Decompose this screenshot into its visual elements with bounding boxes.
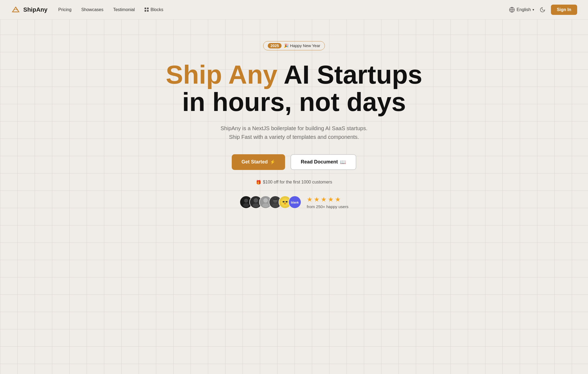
nav-link-pricing[interactable]: Pricing (58, 7, 71, 12)
badge-message: 🎉 Happy New Year (284, 43, 320, 48)
avatar-blank: blank (288, 196, 301, 209)
nav-link-testimonial[interactable]: Testimonial (113, 7, 135, 12)
star-3: ★ (321, 196, 327, 203)
svg-point-9 (262, 204, 269, 208)
headline-line2: in hours, not days (182, 87, 406, 116)
svg-point-12 (272, 204, 279, 208)
star-1: ★ (307, 196, 313, 203)
nav-link-showcases[interactable]: Showcases (81, 7, 103, 12)
headline-colored: Ship Any (166, 60, 277, 89)
headline-dark-ai: AI Startups (284, 60, 422, 89)
svg-text:blank: blank (291, 201, 299, 204)
avatar-img-6: blank (289, 196, 301, 209)
language-label: English (517, 7, 531, 12)
avatar-group: blank (240, 196, 301, 209)
star-5: ★ (335, 196, 341, 203)
discount-emoji: 🎁 (256, 180, 261, 185)
svg-point-18 (284, 203, 286, 205)
logo-icon (11, 5, 21, 15)
read-document-button[interactable]: Read Document 📖 (290, 154, 356, 170)
logo-text: ShipAny (23, 6, 47, 13)
dark-mode-button[interactable] (540, 7, 545, 13)
nav-left: ShipAny Pricing Showcases Testimonial Bl… (11, 5, 163, 15)
users-count-text: from 250+ happy users (307, 204, 348, 209)
star-2: ★ (314, 196, 320, 203)
navbar: ShipAny Pricing Showcases Testimonial Bl… (0, 0, 588, 19)
stars-row: ★ ★ ★ ★ ★ (307, 196, 341, 203)
star-4: ★ (328, 196, 334, 203)
svg-point-2 (244, 199, 248, 203)
svg-point-5 (254, 198, 258, 203)
moon-icon (540, 7, 545, 13)
chevron-down-icon: ▾ (533, 8, 534, 12)
nav-link-blocks[interactable]: Blocks (145, 7, 163, 12)
headline: Ship Any AI Startups in hours, not days (166, 61, 422, 116)
svg-point-6 (253, 204, 259, 208)
get-started-button[interactable]: Get Started ⚡ (232, 154, 285, 170)
stars-area: ★ ★ ★ ★ ★ from 250+ happy users (307, 196, 348, 209)
nav-right: English ▾ Sign In (509, 5, 577, 15)
badge-year: 2025 (268, 43, 282, 48)
globe-icon (509, 7, 515, 13)
nav-links: Pricing Showcases Testimonial Blocks (58, 7, 163, 12)
book-icon: 📖 (340, 159, 346, 165)
svg-point-3 (243, 203, 249, 207)
social-proof: blank ★ ★ ★ ★ ★ from 250+ happy users (240, 196, 348, 209)
svg-point-8 (263, 198, 268, 203)
svg-rect-13 (273, 199, 277, 200)
svg-rect-16 (283, 201, 285, 202)
sign-in-button[interactable]: Sign In (551, 5, 577, 15)
cta-buttons: Get Started ⚡ Read Document 📖 (232, 154, 356, 170)
discount-banner: 🎁 $100 off for the first 1000 customers (256, 180, 332, 185)
hero-section: 2025 🎉 Happy New Year Ship Any AI Startu… (0, 19, 588, 225)
logo[interactable]: ShipAny (11, 5, 47, 15)
new-year-badge: 2025 🎉 Happy New Year (263, 41, 325, 50)
hero-subtext: ShipAny is a NextJS boilerplate for buil… (221, 124, 368, 141)
svg-rect-17 (286, 201, 288, 202)
lightning-icon: ⚡ (270, 159, 275, 165)
blocks-grid-icon (145, 8, 149, 12)
svg-point-15 (281, 198, 289, 206)
language-selector[interactable]: English ▾ (509, 7, 534, 13)
discount-text: $100 off for the first 1000 customers (263, 180, 332, 185)
